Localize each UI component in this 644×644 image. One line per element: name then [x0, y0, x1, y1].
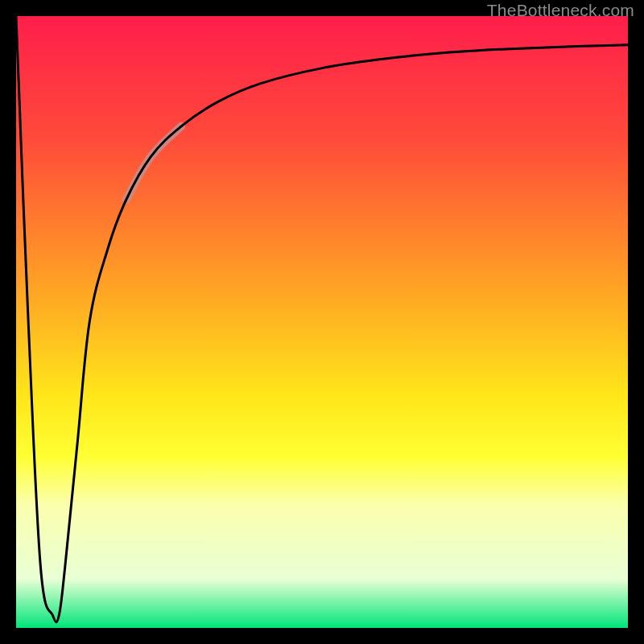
bottleneck-curve	[16, 16, 628, 622]
curve-layer	[16, 16, 628, 628]
chart-frame: TheBottleneck.com	[0, 0, 644, 644]
plot-area	[16, 16, 628, 628]
curve-highlight-segment	[126, 126, 181, 200]
